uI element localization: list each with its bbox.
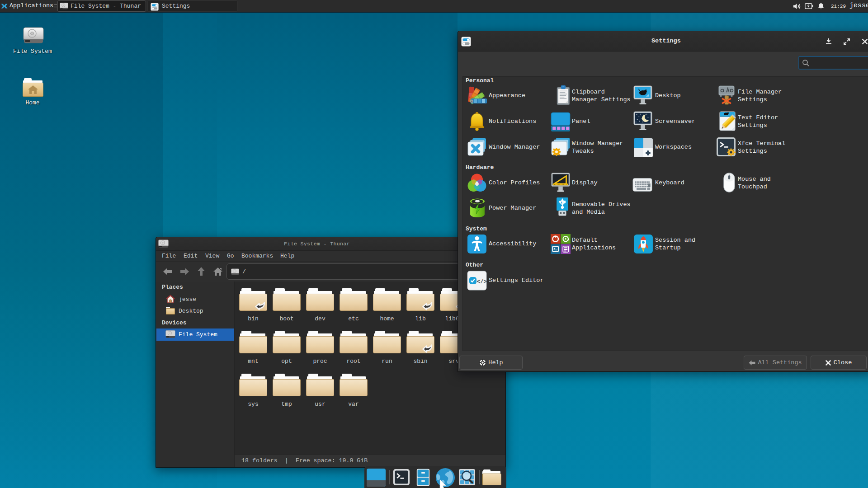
svg-text:</>: </> — [477, 279, 487, 285]
